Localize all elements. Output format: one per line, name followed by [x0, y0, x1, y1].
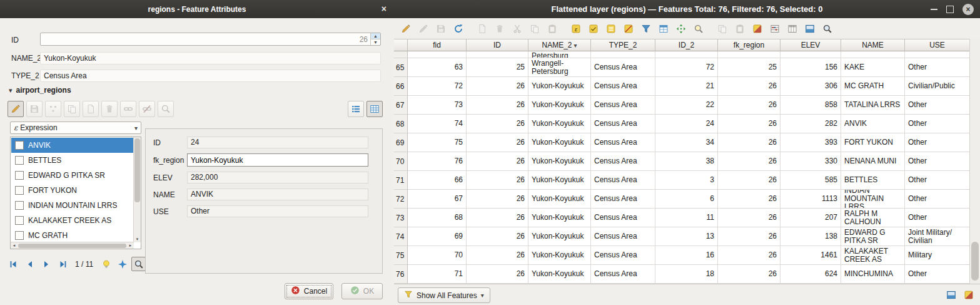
table-cell[interactable]: 282: [780, 115, 841, 133]
list-item[interactable]: ANVIK: [11, 138, 133, 153]
table-cell[interactable]: Petersburg: [528, 51, 591, 58]
table-cell[interactable]: 26: [718, 152, 780, 171]
name2-field[interactable]: Yukon-Koyukuk: [40, 52, 381, 65]
paste-selection-button[interactable]: [732, 21, 748, 37]
spin-down-icon[interactable]: ▼: [371, 39, 380, 45]
table-cell[interactable]: 71: [408, 265, 467, 284]
table-cell[interactable]: KAKE: [841, 58, 905, 77]
scrollbar-thumb[interactable]: [134, 138, 140, 202]
table-cell[interactable]: 24: [655, 115, 718, 133]
row-number[interactable]: 68: [394, 115, 408, 133]
unlink-feature-button[interactable]: [139, 101, 155, 117]
autoflash-feature-button[interactable]: [115, 257, 129, 271]
table-cell[interactable]: Census Area: [591, 58, 655, 77]
checkbox[interactable]: [15, 156, 24, 165]
table-cell[interactable]: Yukon-Koyukuk: [528, 115, 591, 133]
dock-table-button[interactable]: [802, 21, 818, 37]
table-cell[interactable]: 21: [655, 77, 718, 96]
toggle-editing-button[interactable]: [398, 21, 414, 37]
column-header-fk_region[interactable]: fk_region: [718, 39, 780, 51]
table-cell[interactable]: Other: [905, 152, 970, 171]
table-cell[interactable]: 34: [655, 133, 718, 152]
table-cell[interactable]: Other: [905, 190, 970, 209]
conditional-formatting-panel-button[interactable]: [962, 289, 975, 301]
table-cell[interactable]: ANVIK: [841, 115, 905, 133]
table-cell[interactable]: Yukon-Koyukuk: [528, 227, 591, 246]
table-cell[interactable]: 26: [718, 265, 780, 284]
spin-up-icon[interactable]: ▲: [371, 33, 380, 39]
table-cell[interactable]: Census Area: [591, 265, 655, 284]
table-cell[interactable]: [655, 51, 718, 58]
column-header-name_2[interactable]: NAME_2▾: [528, 39, 591, 51]
table-cell[interactable]: 13: [655, 227, 718, 246]
toggle-editing-child-button[interactable]: [8, 101, 24, 117]
duplicate-child-feature-button[interactable]: [64, 101, 80, 117]
table-cell[interactable]: 26: [467, 246, 528, 265]
checkbox[interactable]: [15, 201, 24, 210]
row-number[interactable]: [394, 51, 408, 58]
save-child-edits-button[interactable]: [26, 101, 43, 117]
table-cell[interactable]: Census Area: [591, 190, 655, 209]
table-cell[interactable]: 26: [718, 77, 780, 96]
table-view-button[interactable]: [366, 101, 383, 117]
minimize-icon[interactable]: [931, 9, 937, 10]
select-all-button[interactable]: [585, 21, 602, 37]
table-cell[interactable]: 585: [780, 171, 841, 190]
scroll-down-icon[interactable]: ▼: [134, 236, 141, 242]
checkbox[interactable]: [15, 231, 24, 240]
ok-button[interactable]: OK: [341, 283, 383, 299]
table-cell[interactable]: Other: [905, 115, 970, 133]
checkbox[interactable]: [15, 186, 24, 195]
scroll-right-icon[interactable]: ►: [127, 244, 134, 247]
list-horizontal-scrollbar[interactable]: ◄ ►: [11, 242, 134, 249]
conditional-formatting-button[interactable]: [749, 21, 765, 37]
table-cell[interactable]: 330: [780, 152, 841, 171]
table-cell[interactable]: 16: [655, 246, 718, 265]
organize-columns-button[interactable]: [784, 21, 801, 37]
table-cell[interactable]: 3: [655, 171, 718, 190]
reload-button[interactable]: [450, 21, 467, 37]
table-cell[interactable]: 1113: [780, 190, 841, 209]
pan-to-selection-button[interactable]: [673, 21, 689, 37]
table-cell[interactable]: 72: [655, 58, 718, 77]
table-cell[interactable]: 26: [718, 209, 780, 227]
table-cell[interactable]: Other: [905, 265, 970, 284]
search-widget-button[interactable]: [819, 21, 836, 37]
table-cell[interactable]: Census Area: [591, 96, 655, 115]
table-cell[interactable]: 26: [467, 96, 528, 115]
table-cell[interactable]: RALPH M CALHOUN: [841, 209, 905, 227]
last-feature-button[interactable]: [55, 257, 69, 271]
table-cell[interactable]: Census Area: [591, 209, 655, 227]
row-number[interactable]: 67: [394, 96, 408, 115]
table-cell[interactable]: Other: [905, 58, 970, 77]
cancel-button[interactable]: Cancel: [285, 283, 333, 299]
link-feature-button[interactable]: [120, 101, 136, 117]
field-value-fk_region[interactable]: [187, 153, 368, 167]
table-cell[interactable]: 6: [655, 190, 718, 209]
column-header-use[interactable]: USE: [905, 39, 970, 51]
table-corner[interactable]: [394, 39, 408, 51]
list-item[interactable]: BETTLES: [11, 153, 133, 168]
table-cell[interactable]: Yukon-Koyukuk: [528, 77, 591, 96]
row-number[interactable]: 73: [394, 209, 408, 227]
table-cell[interactable]: Census Area: [591, 246, 655, 265]
table-vertical-scrollbar[interactable]: [969, 39, 980, 284]
table-cell[interactable]: Military: [905, 246, 970, 265]
table-cell[interactable]: 26: [718, 96, 780, 115]
table-cell[interactable]: Census Area: [591, 133, 655, 152]
table-cell[interactable]: Other: [905, 133, 970, 152]
list-item[interactable]: MC GRATH: [11, 228, 133, 242]
table-cell[interactable]: Census Area: [591, 152, 655, 171]
zoom-to-child-button[interactable]: [158, 101, 174, 117]
table-cell[interactable]: 26: [467, 115, 528, 133]
table-cell[interactable]: 25: [718, 58, 780, 77]
table-cell[interactable]: 26: [718, 133, 780, 152]
table-cell[interactable]: 11: [655, 209, 718, 227]
row-number[interactable]: 69: [394, 133, 408, 152]
checkbox[interactable]: [15, 216, 24, 225]
table-cell[interactable]: 26: [467, 190, 528, 209]
table-cell[interactable]: [718, 51, 780, 58]
table-cell[interactable]: 207: [780, 209, 841, 227]
airport-regions-expander[interactable]: ▾ airport_regions: [9, 86, 71, 95]
close-icon[interactable]: ×: [962, 4, 974, 15]
